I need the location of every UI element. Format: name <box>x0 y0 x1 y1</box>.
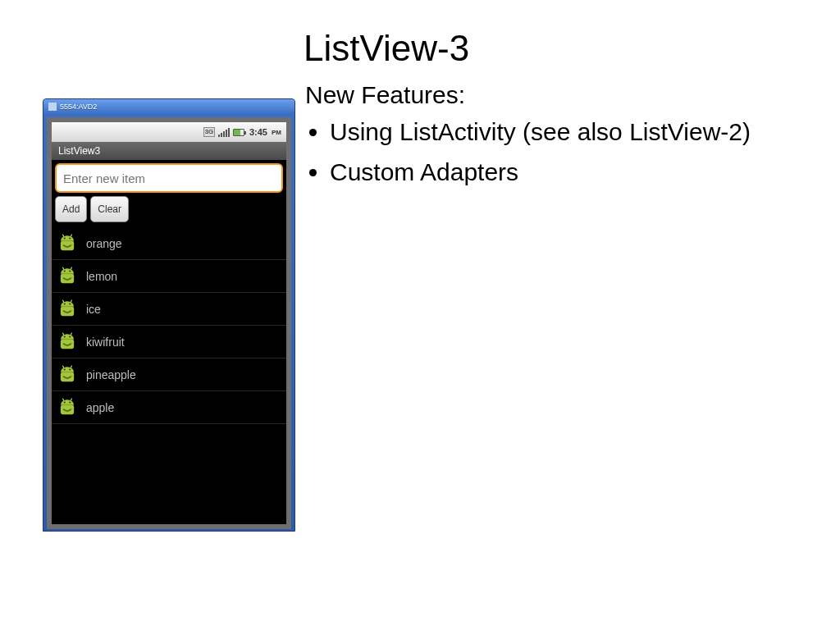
slide-subtitle: New Features: <box>305 79 765 111</box>
svg-rect-15 <box>61 339 74 348</box>
emulator-window: 5554:AVD2 3G 3:45 PM ListView3 <box>43 98 295 532</box>
status-bar: 3G 3:45 PM <box>52 122 286 142</box>
svg-rect-10 <box>61 306 74 315</box>
status-time: 3:45 <box>249 127 267 137</box>
new-item-input[interactable] <box>55 163 283 193</box>
signal-icon <box>218 126 230 138</box>
emulator-titlebar: 5554:AVD2 <box>43 99 294 114</box>
svg-rect-20 <box>61 372 74 381</box>
svg-line-23 <box>62 365 64 368</box>
list-item[interactable]: kiwifruit <box>52 326 286 358</box>
list-item-label: pineapple <box>86 368 136 381</box>
add-button[interactable]: Add <box>55 196 87 222</box>
svg-rect-25 <box>61 404 74 413</box>
svg-rect-0 <box>61 240 74 249</box>
list-item-label: ice <box>86 303 101 316</box>
svg-point-21 <box>64 368 66 370</box>
list-item[interactable]: orange <box>52 227 286 260</box>
app-title: ListView3 <box>58 145 100 157</box>
svg-point-17 <box>69 336 71 337</box>
bullet-item: Custom Adapters <box>330 156 765 188</box>
svg-line-28 <box>62 398 64 400</box>
svg-line-14 <box>71 299 72 302</box>
android-icon <box>57 233 78 254</box>
svg-line-13 <box>62 299 64 302</box>
list-item[interactable]: lemon <box>52 260 286 293</box>
android-icon <box>57 331 78 353</box>
svg-point-26 <box>64 401 66 403</box>
android-icon <box>57 266 78 287</box>
svg-line-8 <box>62 267 64 269</box>
emulator-window-title: 5554:AVD2 <box>60 103 97 111</box>
android-icon <box>57 364 78 386</box>
svg-point-16 <box>64 336 66 337</box>
svg-point-1 <box>64 237 66 239</box>
phone-screen: 3G 3:45 PM ListView3 Add Clear <box>52 122 286 524</box>
android-icon <box>57 397 78 418</box>
svg-rect-5 <box>61 273 74 282</box>
app-title-bar: ListView3 <box>52 142 286 160</box>
input-row <box>52 160 286 194</box>
svg-line-24 <box>71 365 72 368</box>
svg-line-4 <box>71 234 72 236</box>
list-item-label: orange <box>86 237 122 250</box>
svg-point-2 <box>69 237 71 239</box>
svg-point-6 <box>64 270 66 272</box>
bullet-item: Using ListActivity (see also ListView-2) <box>330 116 765 148</box>
list-item-label: lemon <box>86 270 117 283</box>
svg-line-3 <box>62 234 64 236</box>
svg-point-22 <box>69 368 71 370</box>
svg-point-12 <box>69 303 71 304</box>
svg-line-18 <box>62 332 64 335</box>
slide-body: New Features: Using ListActivity (see al… <box>305 79 765 196</box>
button-row: Add Clear <box>52 194 286 227</box>
list-view[interactable]: orange lemon ice <box>52 227 286 424</box>
svg-line-9 <box>71 267 72 269</box>
emulator-body: 3G 3:45 PM ListView3 Add Clear <box>47 117 291 529</box>
svg-line-29 <box>71 398 72 400</box>
svg-point-11 <box>64 303 66 304</box>
list-item[interactable]: ice <box>52 293 286 326</box>
battery-icon <box>233 126 244 138</box>
svg-point-7 <box>69 270 71 272</box>
emulator-app-icon <box>48 103 57 111</box>
status-ampm: PM <box>272 129 281 136</box>
svg-line-19 <box>71 332 72 335</box>
clear-button[interactable]: Clear <box>90 196 129 222</box>
list-item-label: apple <box>86 401 114 414</box>
list-item[interactable]: pineapple <box>52 358 286 391</box>
slide-title: ListView-3 <box>304 28 469 69</box>
svg-point-27 <box>69 401 71 403</box>
list-item[interactable]: apple <box>52 391 286 424</box>
android-icon <box>57 299 78 320</box>
network-3g-icon: 3G <box>203 126 215 138</box>
list-item-label: kiwifruit <box>86 336 125 349</box>
